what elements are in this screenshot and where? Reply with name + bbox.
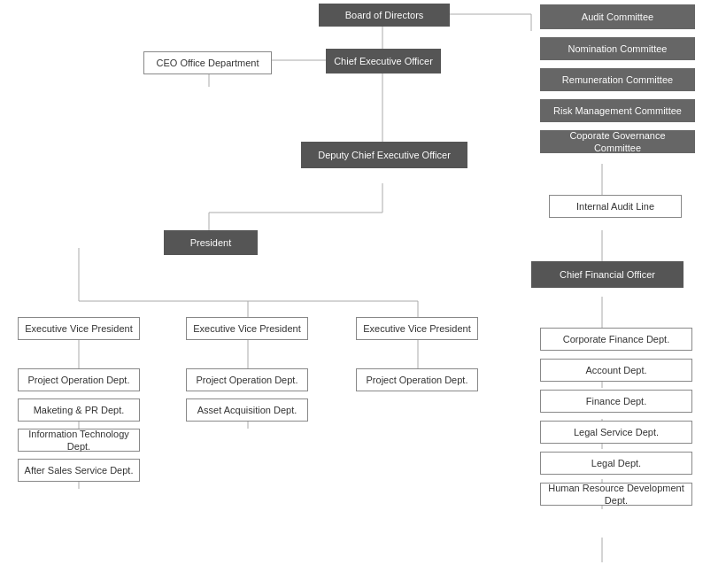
- rem-committee-box: Remuneration Committee: [540, 68, 695, 91]
- org-chart: Board of Directors Chief Executive Offic…: [0, 0, 726, 588]
- cfo-box: Chief Financial Officer: [531, 261, 684, 288]
- ceo-office-box: CEO Office Department: [143, 51, 272, 74]
- asset-box: Asset Acquisition Dept.: [186, 398, 308, 422]
- finance-box: Finance Dept.: [540, 390, 692, 413]
- it-box: Information Technology Dept.: [18, 429, 140, 452]
- legal-box: Legal Dept.: [540, 452, 692, 475]
- audit-committee-box: Audit Committee: [540, 4, 695, 29]
- hr-box: Human Resource Development Dept.: [540, 483, 692, 506]
- corp-fin-box: Corporate Finance Dept.: [540, 328, 692, 351]
- account-box: Account Dept.: [540, 359, 692, 382]
- pod1-box: Project Operation Dept.: [18, 368, 140, 391]
- nom-committee-box: Nomination Committee: [540, 37, 695, 60]
- aftersales-box: After Sales Service Dept.: [18, 459, 140, 482]
- internal-audit-box: Internal Audit Line: [549, 195, 682, 218]
- pod2-box: Project Operation Dept.: [186, 368, 308, 391]
- mktpr-box: Maketing & PR Dept.: [18, 398, 140, 422]
- pod3-box: Project Operation Dept.: [356, 368, 478, 391]
- evp2-box: Executive Vice President: [186, 317, 308, 340]
- evp1-box: Executive Vice President: [18, 317, 140, 340]
- corp-gov-box: Coporate Governance Committee: [540, 130, 695, 153]
- evp3-box: Executive Vice President: [356, 317, 478, 340]
- risk-committee-box: Risk Management Committee: [540, 99, 695, 122]
- board-of-directors: Board of Directors: [319, 4, 450, 27]
- ceo-box: Chief Executive Officer: [326, 49, 441, 74]
- president-box: President: [164, 230, 258, 255]
- legal-svc-box: Legal Service Dept.: [540, 421, 692, 444]
- dceo-box: Deputy Chief Executive Officer: [301, 142, 467, 168]
